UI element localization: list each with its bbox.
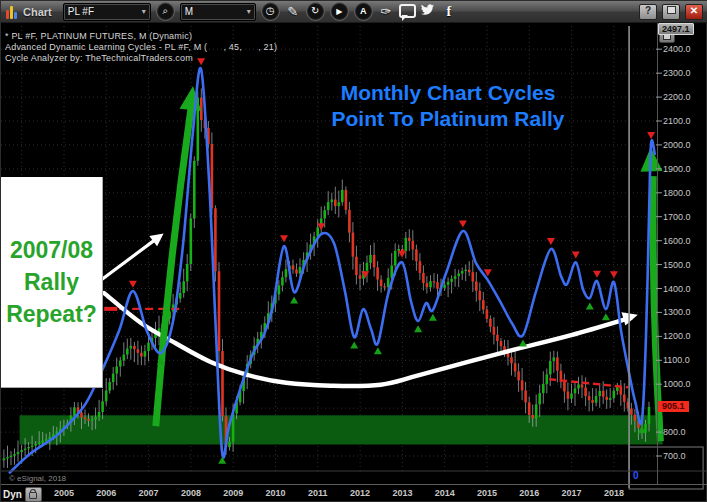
draw-tool-button[interactable]: ✎ <box>285 3 301 21</box>
candle-down <box>133 346 136 349</box>
candle-up <box>323 210 326 218</box>
candle-up <box>38 442 41 444</box>
x-axis-year-label: 2009 <box>223 488 243 498</box>
x-axis-year-label: 2018 <box>604 488 624 498</box>
candle-up <box>538 393 541 404</box>
candle-up <box>570 393 573 398</box>
window-title: Chart <box>23 6 52 18</box>
candle-up <box>331 200 334 203</box>
scale-lock-button[interactable] <box>25 487 42 502</box>
cycle-bottom-marker <box>350 342 358 349</box>
y-axis-label: 1600.0 <box>663 236 691 246</box>
restore-window-button[interactable] <box>662 4 680 20</box>
pencil-icon: ✎ <box>287 4 298 19</box>
candle-down <box>433 281 436 282</box>
candle-up <box>338 202 341 206</box>
chart-canvas[interactable] <box>1 1 707 502</box>
auto-a-icon: A <box>360 6 367 16</box>
last-price-label: 905.1 <box>658 401 689 412</box>
candle-down <box>359 275 362 279</box>
candle-up <box>369 255 372 263</box>
cycle-top-marker <box>593 271 601 278</box>
title-bar: Chart PL #F ▾ ⌕ M ▾ ◷ ✎ ↻ ▶ A ✑ f ? ✕ <box>1 1 707 23</box>
candle-down <box>426 283 429 287</box>
candle-down <box>412 241 415 250</box>
candle-up <box>112 374 115 383</box>
candle-down <box>500 341 503 346</box>
y-axis-label: 2100.0 <box>663 116 691 126</box>
esignal-copyright: © eSignal, 2018 <box>9 474 66 483</box>
candle-down <box>493 327 496 335</box>
candle-down <box>567 392 570 399</box>
facebook-share-button[interactable]: f <box>441 3 457 21</box>
candle-down <box>634 415 637 421</box>
marker-tool-button[interactable]: ✑ <box>378 3 394 21</box>
candle-down <box>496 335 499 341</box>
chart-icon <box>6 5 18 19</box>
candle-down <box>140 353 143 357</box>
y-axis-label: 1100.0 <box>663 355 690 365</box>
y-axis-label: 2400.0 <box>663 44 691 54</box>
chat-bubble-icon <box>399 4 416 18</box>
candle-down <box>348 210 351 233</box>
candle-down <box>528 402 531 415</box>
facebook-icon: f <box>446 4 451 19</box>
candle-up <box>41 441 44 443</box>
cycle-top-marker <box>129 281 137 288</box>
replay-button[interactable]: ▶ <box>330 2 349 21</box>
y-axis-label: 1900.0 <box>663 164 691 174</box>
chart-title-line: * PL #F, PLATINUM FUTURES, M (Dynamic) <box>5 31 192 41</box>
candle-up <box>3 458 6 460</box>
interval-select[interactable]: M ▾ <box>180 3 256 21</box>
candle-up <box>179 293 182 299</box>
twitter-icon <box>420 4 435 16</box>
time-interval-button[interactable]: ◷ <box>261 2 280 21</box>
chart-window: Chart PL #F ▾ ⌕ M ▾ ◷ ✎ ↻ ▶ A ✑ f ? ✕ <box>0 0 707 502</box>
symbol-select[interactable]: PL #F ▾ <box>63 3 151 21</box>
study-title-line: Advanced Dynamic Learning Cycles - PL #F… <box>5 42 277 52</box>
candle-down <box>588 396 591 400</box>
candle-up <box>542 384 545 393</box>
candle-down <box>292 266 295 270</box>
candle-down <box>221 351 224 416</box>
candle-up <box>24 449 27 451</box>
candle-down <box>524 390 527 402</box>
y-axis-label: 2000.0 <box>663 140 691 150</box>
candle-down <box>472 272 475 281</box>
interval-value: M <box>185 6 193 17</box>
candle-down <box>218 271 221 351</box>
search-icon: ⌕ <box>162 5 168 16</box>
candle-down <box>380 280 383 287</box>
symbol-value: PL #F <box>68 6 94 17</box>
candle-down <box>383 286 386 287</box>
candle-down <box>295 270 298 274</box>
candle-up <box>429 281 432 287</box>
candle-up <box>13 454 16 456</box>
twitter-share-button[interactable] <box>420 3 436 21</box>
cycle-top-marker <box>398 251 406 258</box>
candle-up <box>10 456 13 457</box>
candle-down <box>80 412 83 417</box>
cycle-top-marker <box>459 220 467 227</box>
close-icon: ✕ <box>690 5 698 16</box>
candle-down <box>510 357 513 363</box>
candle-up <box>101 401 104 412</box>
white-straight-arrow <box>102 236 160 279</box>
candle-up <box>450 279 453 282</box>
candle-up <box>278 285 281 294</box>
auto-analysis-button[interactable]: A <box>354 2 373 21</box>
close-window-button[interactable]: ✕ <box>685 4 703 20</box>
chat-share-button[interactable] <box>399 3 415 21</box>
white-swoosh-arrow <box>104 293 631 386</box>
candle-down <box>84 418 87 420</box>
help-button[interactable]: ? <box>639 4 657 20</box>
y-axis-label: 2200.0 <box>663 92 691 102</box>
cycle-bottom-marker <box>602 313 610 320</box>
refresh-button[interactable]: ↻ <box>306 2 325 21</box>
candle-down <box>591 400 594 403</box>
x-axis-year-label: 2014 <box>435 488 455 498</box>
y-axis-label: 700.0 <box>663 451 686 461</box>
candle-up <box>447 282 450 285</box>
symbol-search-button[interactable]: ⌕ <box>156 2 175 21</box>
callout-text-1: 2007/08 <box>10 238 93 262</box>
